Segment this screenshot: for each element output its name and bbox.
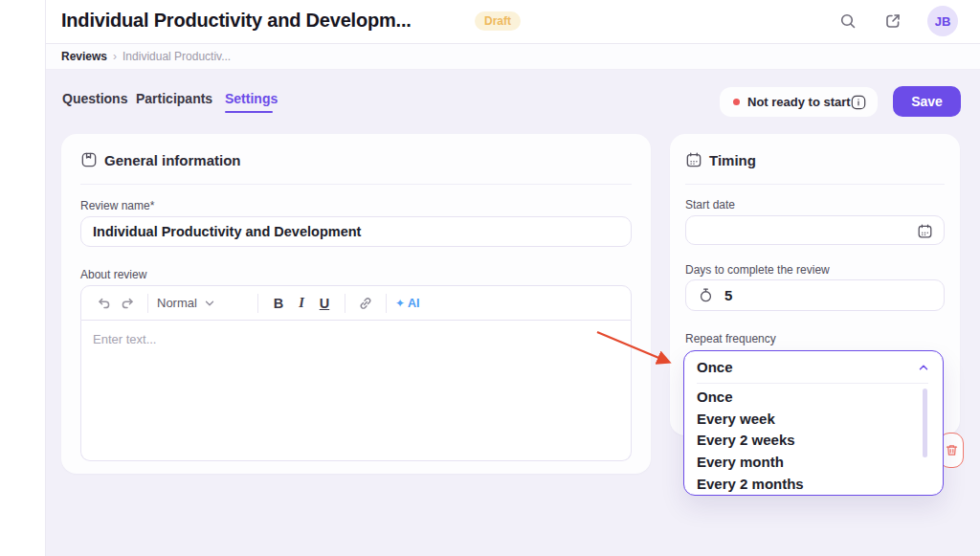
about-review-label: About review bbox=[80, 268, 146, 281]
link-icon bbox=[358, 296, 373, 311]
calendar-icon[interactable] bbox=[917, 223, 933, 239]
undo-icon bbox=[97, 296, 112, 311]
dropdown-option-every-month[interactable]: Every month bbox=[684, 451, 943, 473]
stopwatch-icon bbox=[698, 287, 714, 303]
save-button[interactable]: Save bbox=[893, 86, 961, 117]
bookmark-page-icon bbox=[80, 151, 98, 168]
draft-status-badge: Draft bbox=[475, 11, 521, 31]
link-button[interactable] bbox=[354, 292, 377, 315]
card-title: Timing bbox=[709, 152, 756, 168]
redo-icon bbox=[120, 296, 135, 311]
dropdown-option-every-week[interactable]: Every week bbox=[684, 408, 943, 430]
dropdown-option-every-2-weeks[interactable]: Every 2 weeks bbox=[684, 430, 943, 452]
breadcrumb-current: Individual Productiv... bbox=[122, 50, 231, 63]
card-divider bbox=[685, 184, 945, 185]
general-information-card: General information Review name* About r… bbox=[61, 134, 651, 474]
share-button[interactable] bbox=[881, 10, 904, 33]
search-icon bbox=[838, 11, 858, 31]
paragraph-style-value: Normal bbox=[157, 296, 203, 310]
selected-frequency-value: Once bbox=[697, 359, 917, 375]
rich-text-toolbar: Normal B I U ✦ bbox=[80, 285, 632, 321]
app-root: Individual Productivity and Developm... … bbox=[0, 0, 980, 556]
start-date-input[interactable] bbox=[685, 215, 945, 245]
sparkles-icon: ✦ bbox=[395, 298, 405, 309]
underline-button[interactable]: U bbox=[313, 292, 336, 315]
dropdown-options-list: Once Every week Every 2 weeks Every mont… bbox=[684, 386, 943, 491]
card-divider bbox=[80, 184, 632, 185]
breadcrumb-separator: › bbox=[113, 50, 117, 63]
status-text: Not ready to start bbox=[747, 95, 851, 109]
status-dot bbox=[733, 99, 740, 105]
editor-placeholder: Enter text... bbox=[93, 332, 156, 346]
ai-label: AI bbox=[408, 297, 420, 310]
search-button[interactable] bbox=[836, 10, 859, 33]
breadcrumb: Reviews › Individual Productiv... bbox=[46, 44, 980, 70]
trash-icon bbox=[945, 443, 959, 457]
start-date-label: Start date bbox=[685, 198, 735, 211]
info-icon[interactable] bbox=[851, 95, 866, 110]
page-title: Individual Productivity and Developm... bbox=[61, 10, 412, 32]
paragraph-style-select[interactable]: Normal bbox=[157, 296, 249, 310]
account-avatar[interactable]: JB bbox=[927, 6, 958, 36]
tab-questions[interactable]: Questions bbox=[62, 91, 127, 106]
tab-participants[interactable]: Participants bbox=[136, 91, 212, 106]
italic-button[interactable]: I bbox=[290, 292, 313, 315]
dropdown-divider bbox=[697, 383, 928, 384]
review-name-input[interactable] bbox=[80, 216, 632, 247]
repeat-frequency-dropdown: Once Once Every week Every 2 weeks Every… bbox=[683, 350, 944, 496]
redo-button[interactable] bbox=[116, 292, 139, 315]
dropdown-option-every-2-months[interactable]: Every 2 months bbox=[684, 473, 943, 495]
toolbar-divider bbox=[147, 294, 148, 313]
card-title: General information bbox=[104, 152, 241, 168]
chevron-down-icon bbox=[203, 297, 249, 310]
about-review-editor[interactable]: Enter text... bbox=[80, 321, 632, 461]
days-value-field[interactable] bbox=[723, 286, 765, 304]
calendar-icon bbox=[685, 151, 702, 168]
repeat-frequency-label: Repeat frequency bbox=[685, 332, 776, 345]
chevron-up-icon bbox=[917, 361, 930, 374]
repeat-frequency-select[interactable]: Once bbox=[684, 351, 943, 383]
breadcrumb-reviews-link[interactable]: Reviews bbox=[61, 50, 107, 63]
bold-button[interactable]: B bbox=[267, 292, 290, 315]
ai-assist-button[interactable]: ✦ AI bbox=[395, 297, 420, 310]
external-link-icon bbox=[883, 11, 902, 31]
days-to-complete-input[interactable] bbox=[685, 279, 945, 311]
toolbar-divider bbox=[257, 294, 258, 313]
toolbar-divider bbox=[345, 294, 345, 313]
review-name-label: Review name* bbox=[80, 199, 154, 212]
toolbar-divider bbox=[386, 294, 387, 313]
review-status-pill: Not ready to start bbox=[720, 87, 878, 117]
dropdown-scrollbar-thumb[interactable] bbox=[923, 389, 927, 457]
dropdown-option-once[interactable]: Once bbox=[684, 386, 943, 408]
days-to-complete-label: Days to complete the review bbox=[685, 263, 830, 277]
sidebar bbox=[0, 0, 46, 556]
undo-button[interactable] bbox=[93, 292, 116, 315]
active-tab-underline bbox=[225, 111, 273, 113]
tab-settings[interactable]: Settings bbox=[225, 91, 278, 106]
